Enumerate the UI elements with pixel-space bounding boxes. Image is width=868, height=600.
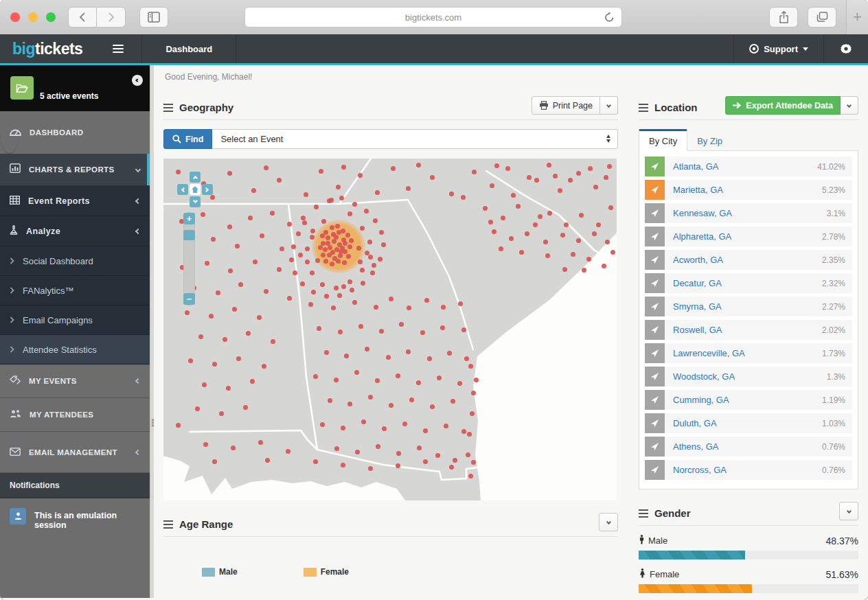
sidebar-item-email-campaigns[interactable]: Email Campaigns xyxy=(0,305,150,335)
city-name[interactable]: Lawrenceville, GA xyxy=(673,348,745,358)
city-row[interactable]: Kennesaw, GA3.1% xyxy=(645,203,852,223)
tab-overview-button[interactable] xyxy=(808,7,836,27)
zoom-in-button[interactable]: + xyxy=(183,213,195,224)
attendee-dot xyxy=(592,231,597,236)
age-range-collapse-button[interactable] xyxy=(599,513,618,531)
geography-map[interactable]: + − xyxy=(163,159,617,500)
collapse-sidebar-button[interactable] xyxy=(132,75,143,86)
attendee-dot xyxy=(339,249,343,254)
address-bar[interactable]: bigtickets.com xyxy=(244,7,622,27)
sidebar-resize-handle[interactable]: ●●● xyxy=(150,65,154,598)
city-name[interactable]: Roswell, GA xyxy=(673,325,722,335)
find-button[interactable]: Find xyxy=(163,129,212,149)
gender-bar-fill xyxy=(639,584,752,593)
zoom-out-button[interactable]: − xyxy=(183,293,195,305)
city-row[interactable]: Roswell, GA2.02% xyxy=(645,320,852,340)
city-name[interactable]: Marietta, GA xyxy=(673,185,723,195)
event-select[interactable]: Select an Event xyxy=(212,129,618,149)
panel-menu-icon[interactable] xyxy=(163,104,173,112)
city-name[interactable]: Athens, GA xyxy=(673,441,718,452)
zoom-slider-handle[interactable] xyxy=(183,230,195,240)
attendee-dot xyxy=(361,281,365,286)
attendee-dot xyxy=(253,259,258,264)
forward-button[interactable] xyxy=(97,7,126,27)
sidebar-item-dashboard[interactable]: DASHBOARD xyxy=(0,111,19,154)
city-name[interactable]: Alpharetta, GA xyxy=(673,231,731,242)
city-name[interactable]: Acworth, GA xyxy=(673,255,723,265)
minimize-window-button[interactable] xyxy=(28,12,38,22)
attendee-dot xyxy=(427,356,432,361)
export-attendee-data-button[interactable]: Export Attendee Data xyxy=(725,96,841,115)
attendee-dot xyxy=(447,351,452,356)
reload-button[interactable] xyxy=(604,12,615,23)
attendee-dot xyxy=(533,222,538,227)
panel-menu-icon[interactable] xyxy=(163,520,173,529)
export-options-button[interactable] xyxy=(841,96,858,115)
city-row[interactable]: Duluth, GA1.03% xyxy=(645,413,852,433)
sidebar-item-my-attendees[interactable]: MY ATTENDEES xyxy=(0,398,150,432)
city-row[interactable]: Atlanta, GA41.02% xyxy=(645,157,852,176)
attendee-dot xyxy=(365,347,369,351)
city-name[interactable]: Woodstock, GA xyxy=(673,371,735,382)
back-button[interactable] xyxy=(68,7,97,27)
attendee-dot xyxy=(300,281,305,286)
pan-left-button[interactable] xyxy=(177,184,188,195)
notifications-header: Notifications xyxy=(0,473,150,498)
attendee-dot xyxy=(264,165,269,170)
city-row[interactable]: Norcross, GA0.76% xyxy=(645,460,852,480)
active-events-badge[interactable] xyxy=(10,76,34,100)
panel-menu-icon[interactable] xyxy=(639,509,648,518)
nav-tab-dashboard[interactable]: Dashboard xyxy=(141,34,236,63)
panel-menu-icon[interactable] xyxy=(639,104,648,112)
sidebar-item-charts-reports[interactable]: CHARTS & REPORTS xyxy=(0,154,150,186)
city-row[interactable]: Woodstock, GA1.3% xyxy=(645,367,852,386)
city-row[interactable]: Lawrenceville, GA1.73% xyxy=(645,343,852,363)
city-name[interactable]: Duluth, GA xyxy=(673,418,717,428)
support-menu[interactable]: Support xyxy=(733,34,823,63)
city-name[interactable]: Norcross, GA xyxy=(673,465,727,475)
sidebar-item-attendee-statistics[interactable]: Attendee Statistics xyxy=(0,335,150,365)
map-zoom-control: + − xyxy=(183,212,195,305)
zoom-window-button[interactable] xyxy=(46,12,56,22)
pan-up-button[interactable] xyxy=(190,172,201,183)
sidebar-item-email-management[interactable]: EMAIL MANAGEMENT xyxy=(0,432,150,473)
tab-by-zip[interactable]: By Zip xyxy=(687,131,732,151)
city-row[interactable]: Athens, GA0.76% xyxy=(645,437,852,457)
city-row[interactable]: Decatur, GA2.32% xyxy=(645,273,852,293)
map-home-button[interactable] xyxy=(190,184,201,195)
brand-logo[interactable]: bigtickets xyxy=(0,34,95,63)
sidebar-item-fanalytics[interactable]: FANalytics™ xyxy=(0,276,150,305)
sidebar-item-event-reports[interactable]: Event Reports xyxy=(0,186,150,216)
city-name[interactable]: Smyrna, GA xyxy=(673,301,722,312)
sidebar-header: 5 active events xyxy=(0,65,150,111)
settings-button[interactable] xyxy=(823,34,868,63)
close-window-button[interactable] xyxy=(10,12,20,22)
gender-collapse-button[interactable] xyxy=(839,502,858,520)
print-page-button[interactable]: Print Page xyxy=(532,96,600,115)
share-button[interactable] xyxy=(769,7,798,27)
tab-by-city[interactable]: By City xyxy=(639,129,687,151)
city-row[interactable]: Marietta, GA5.23% xyxy=(645,180,852,200)
city-name[interactable]: Atlanta, GA xyxy=(673,161,718,172)
city-row[interactable]: Cumming, GA1.19% xyxy=(645,390,852,410)
attendee-dot xyxy=(593,185,598,189)
pan-right-button[interactable] xyxy=(202,184,213,195)
attendee-dot xyxy=(195,406,200,411)
city-row[interactable]: Alpharetta, GA2.78% xyxy=(645,227,852,246)
new-tab-button[interactable]: + xyxy=(846,0,868,34)
city-percent: 1.19% xyxy=(822,395,845,405)
chevron-down-icon xyxy=(192,198,197,203)
city-name[interactable]: Kennesaw, GA xyxy=(673,208,732,218)
city-row[interactable]: Acworth, GA2.35% xyxy=(645,250,852,270)
sidebar-toggle-button[interactable] xyxy=(139,7,168,27)
city-name[interactable]: Cumming, GA xyxy=(673,395,729,405)
sidebar-item-my-events[interactable]: MY EVENTS xyxy=(0,365,150,398)
sidebar-item-analyze[interactable]: Analyze xyxy=(0,216,150,246)
sidebar-item-social-dashboard[interactable]: Social Dashboard xyxy=(0,246,150,276)
attendee-dot xyxy=(248,216,253,220)
print-options-button[interactable] xyxy=(600,96,618,115)
city-row[interactable]: Smyrna, GA2.27% xyxy=(645,297,852,316)
pan-down-button[interactable] xyxy=(190,196,201,207)
city-name[interactable]: Decatur, GA xyxy=(673,278,722,288)
menu-toggle-button[interactable] xyxy=(95,34,141,63)
